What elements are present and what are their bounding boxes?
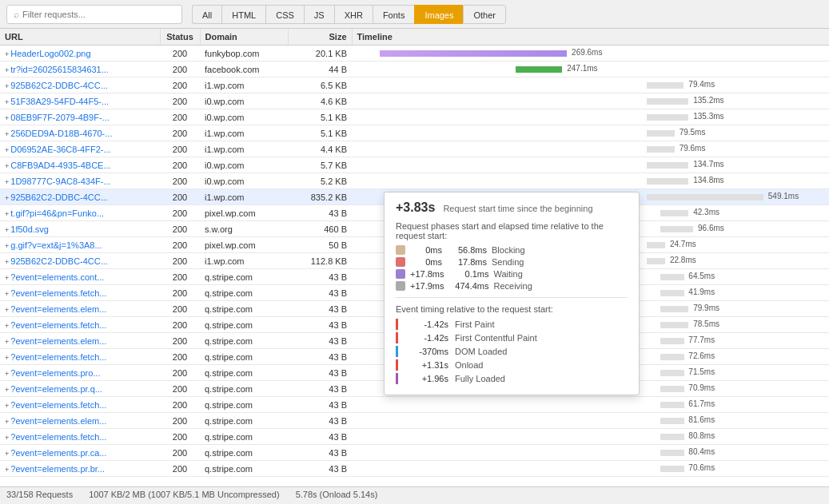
domain-cell: pixel.wp.com: [200, 237, 288, 253]
url-cell[interactable]: +925B62C2-DDBC-4CC...: [0, 77, 160, 93]
timeline-bar: [660, 466, 684, 472]
table-row[interactable]: +1D98777C-9AC8-434F-...200i0.wp.com5.2 K…: [0, 173, 829, 189]
url-cell[interactable]: +?event=elements.pr.ca...: [0, 445, 160, 461]
filter-css[interactable]: CSS: [265, 5, 304, 24]
row-expand-icon[interactable]: +: [5, 50, 9, 58]
table-row[interactable]: +51F38A29-54FD-44F5-...200i0.wp.com4.6 K…: [0, 93, 829, 109]
url-cell[interactable]: +?event=elements.fetch...: [0, 349, 160, 365]
table-row[interactable]: +256DED9A-D18B-4670-...200i1.wp.com5.1 K…: [0, 125, 829, 141]
row-expand-icon[interactable]: +: [5, 114, 9, 122]
row-expand-icon[interactable]: +: [5, 418, 9, 426]
phase-swatch: [396, 269, 405, 279]
url-cell[interactable]: +tr?id=26025615834631...: [0, 62, 160, 77]
url-cell[interactable]: +256DED9A-D18B-4670-...: [0, 125, 160, 141]
tooltip-event-row: +1.96s Fully Loaded: [396, 373, 628, 384]
row-expand-icon[interactable]: +: [5, 146, 9, 154]
event-time: +1.31s: [405, 360, 448, 370]
table-row[interactable]: +tr?id=26025615834631...200facebook.com4…: [0, 62, 829, 77]
timeline-bar: [647, 162, 689, 169]
row-expand-icon[interactable]: +: [5, 402, 9, 410]
url-cell[interactable]: +?event=elements.elem...: [0, 413, 160, 429]
url-cell[interactable]: +1D98777C-9AC8-434F-...: [0, 173, 160, 189]
row-expand-icon[interactable]: +: [5, 434, 9, 442]
row-expand-icon[interactable]: +: [5, 338, 9, 346]
size-cell: 43 B: [288, 413, 352, 429]
size-cell: 43 B: [288, 381, 352, 397]
url-cell[interactable]: +?event=elements.pro...: [0, 365, 160, 381]
url-cell[interactable]: +?event=elements.fetch...: [0, 397, 160, 413]
table-row[interactable]: +D06952AE-36C8-4FF2-...200i1.wp.com4.4 K…: [0, 141, 829, 157]
url-cell[interactable]: +?event=elements.pr.q...: [0, 381, 160, 397]
row-expand-icon[interactable]: +: [5, 274, 9, 282]
url-cell[interactable]: +1f50d.svg: [0, 221, 160, 237]
url-cell[interactable]: +D06952AE-36C8-4FF2-...: [0, 141, 160, 157]
row-expand-icon[interactable]: +: [5, 82, 9, 90]
row-expand-icon[interactable]: +: [5, 290, 9, 298]
table-row[interactable]: +HeaderLogo002.png200funkybop.com20.1 KB…: [0, 46, 829, 62]
domain-cell: q.stripe.com: [200, 269, 288, 285]
row-expand-icon[interactable]: +: [5, 386, 9, 394]
filter-fonts[interactable]: Fonts: [373, 5, 415, 24]
table-row[interactable]: +?event=elements.fetch...200q.stripe.com…: [0, 397, 829, 413]
url-cell[interactable]: +925B62C2-DDBC-4CC...: [0, 189, 160, 205]
url-cell[interactable]: +?event=elements.fetch...: [0, 317, 160, 333]
url-cell[interactable]: +?event=elements.elem...: [0, 333, 160, 349]
header-timeline: Timeline: [352, 29, 829, 46]
row-expand-icon[interactable]: +: [5, 66, 9, 74]
table-row[interactable]: +?event=elements.fetch...200q.stripe.com…: [0, 429, 829, 445]
phase-swatch: [396, 245, 405, 255]
row-expand-icon[interactable]: +: [5, 194, 9, 202]
filter-js[interactable]: JS: [304, 5, 334, 24]
url-cell[interactable]: +HeaderLogo002.png: [0, 46, 160, 62]
table-row[interactable]: +925B62C2-DDBC-4CC...200i1.wp.com6.5 KB7…: [0, 77, 829, 93]
event-color-bar: [396, 359, 398, 371]
table-row[interactable]: +08EB9F7F-2079-4B9F-...200i0.wp.com5.1 K…: [0, 109, 829, 125]
row-expand-icon[interactable]: +: [5, 322, 9, 330]
table-row[interactable]: +?event=elements.pr.br...200q.stripe.com…: [0, 461, 829, 477]
url-cell[interactable]: +t.gif?pi=46&pn=Funko...: [0, 205, 160, 221]
timeline-bar: [647, 114, 689, 121]
row-expand-icon[interactable]: +: [5, 370, 9, 378]
table-row[interactable]: +?event=elements.elem...200q.stripe.com4…: [0, 413, 829, 429]
status-cell: 200: [160, 301, 200, 317]
row-expand-icon[interactable]: +: [5, 258, 9, 266]
url-cell[interactable]: +?event=elements.fetch...: [0, 285, 160, 301]
url-cell[interactable]: +C8FB9AD4-4935-4BCE...: [0, 157, 160, 173]
table-row[interactable]: +?event=elements.pr.ca...200q.stripe.com…: [0, 445, 829, 461]
filter-images[interactable]: Images: [414, 5, 463, 24]
filter-other[interactable]: Other: [463, 5, 506, 24]
url-cell[interactable]: +925B62C2-DDBC-4CC...: [0, 253, 160, 269]
tooltip-phase-row: 0ms 56.8ms Blocking: [396, 245, 628, 255]
row-expand-icon[interactable]: +: [5, 178, 9, 186]
row-expand-icon[interactable]: +: [5, 242, 9, 250]
row-expand-icon[interactable]: +: [5, 226, 9, 234]
timeline-time: 247.1ms: [567, 64, 597, 73]
url-cell[interactable]: +08EB9F7F-2079-4B9F-...: [0, 109, 160, 125]
timeline-bar: [647, 258, 665, 264]
event-color-bar: [396, 319, 398, 330]
row-expand-icon[interactable]: +: [5, 450, 9, 458]
row-expand-icon[interactable]: +: [5, 98, 9, 106]
row-expand-icon[interactable]: +: [5, 162, 9, 170]
search-input[interactable]: [22, 10, 175, 19]
url-cell[interactable]: +51F38A29-54FD-44F5-...: [0, 93, 160, 109]
row-expand-icon[interactable]: +: [5, 354, 9, 362]
search-box[interactable]: ⌕: [6, 5, 182, 24]
url-cell[interactable]: +?event=elements.cont...: [0, 269, 160, 285]
row-expand-icon[interactable]: +: [5, 210, 9, 218]
url-cell[interactable]: +?event=elements.pr.br...: [0, 461, 160, 477]
filter-xhr[interactable]: XHR: [334, 5, 373, 24]
row-expand-icon[interactable]: +: [5, 306, 9, 314]
url-cell[interactable]: +g.gif?v=ext&j=1%3A8...: [0, 237, 160, 253]
table-row[interactable]: +C8FB9AD4-4935-4BCE...200i0.wp.com5.7 KB…: [0, 157, 829, 173]
url-cell[interactable]: +?event=elements.elem...: [0, 301, 160, 317]
filter-html[interactable]: HTML: [221, 5, 265, 24]
timeline-cell: 79.5ms: [352, 125, 829, 141]
statusbar: 33/158 Requests 1007 KB/2 MB (1007 KB/5.…: [0, 486, 829, 504]
row-expand-icon[interactable]: +: [5, 130, 9, 138]
url-cell[interactable]: +?event=elements.fetch...: [0, 429, 160, 445]
timeline-bar: [660, 450, 684, 456]
row-expand-icon[interactable]: +: [5, 466, 9, 474]
status-cell: 200: [160, 205, 200, 221]
filter-all[interactable]: All: [192, 5, 221, 24]
